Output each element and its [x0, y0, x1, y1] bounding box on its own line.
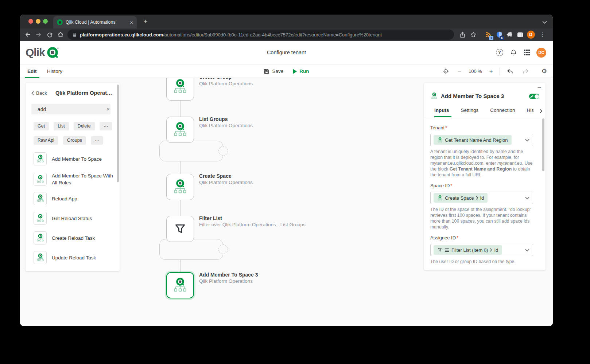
zoom-in-button[interactable]: + — [485, 68, 497, 75]
tab-title: Qlik Cloud | Automations — [66, 20, 127, 25]
list-items-icon — [445, 248, 449, 252]
tab-connection[interactable]: Connection — [490, 105, 515, 117]
reference-mode-toggle[interactable] — [529, 94, 539, 99]
scrollbar-thumb[interactable] — [542, 118, 544, 171]
filter-chip-delete[interactable]: Delete — [74, 122, 95, 130]
filter-chip-raw-api[interactable]: Raw Api — [34, 136, 58, 145]
rss-extension-icon[interactable]: 1 — [483, 31, 494, 38]
settings-gear-icon[interactable]: ⚙ — [533, 67, 553, 75]
block-create-group[interactable] — [166, 78, 194, 101]
loop-outline — [159, 239, 223, 260]
space-id-value-pill: Create Space Id — [434, 193, 488, 203]
side-panel-icon[interactable] — [515, 32, 525, 37]
new-tab-button[interactable]: + — [141, 17, 150, 26]
tenant-value-pill: Get Tenant Name And Region — [434, 135, 512, 145]
filter-chip-more[interactable]: ⋯ — [91, 136, 104, 145]
shield-badge: 6 — [500, 36, 504, 40]
panel-title: Add Member To Space 3 — [441, 93, 504, 99]
list-item[interactable]: Create Reload Task — [34, 231, 114, 244]
qlik-block-icon — [34, 192, 47, 205]
qlik-block-icon — [172, 277, 188, 294]
filter-chip-more[interactable]: ⋯ — [100, 122, 112, 130]
undo-icon[interactable] — [502, 68, 518, 74]
app-launcher-grid-icon[interactable] — [524, 50, 530, 55]
space-id-select[interactable]: Create Space Id — [430, 192, 533, 204]
block-search[interactable]: × — [31, 104, 110, 114]
run-button[interactable]: Run — [293, 69, 309, 74]
shield-extension-icon[interactable]: 6 — [494, 31, 504, 38]
list-item[interactable]: Update Reload Task — [34, 251, 114, 264]
block-title: Add Member To Space 3 — [199, 271, 258, 278]
close-tab-icon[interactable]: × — [130, 20, 133, 25]
filter-chip-groups[interactable]: Groups — [63, 136, 86, 145]
tab-inputs[interactable]: Inputs — [434, 105, 449, 117]
bookmark-star-icon[interactable] — [468, 31, 479, 38]
block-filter-list[interactable] — [166, 216, 194, 242]
list-item[interactable]: Add Member To Space With All Roles — [34, 172, 114, 186]
loop-outline — [159, 141, 223, 161]
chevron-down-icon — [525, 197, 529, 200]
qlik-block-icon — [437, 195, 443, 201]
browser-profile-avatar[interactable]: D — [525, 31, 536, 39]
notifications-bell-icon[interactable] — [510, 49, 517, 56]
search-input[interactable] — [38, 106, 104, 112]
collapse-panel-icon[interactable]: – — [538, 84, 541, 91]
assignee-id-help-text: The user ID or group ID based on the typ… — [430, 259, 533, 265]
block-subtitle: Qlik Platform Operations — [199, 179, 253, 186]
browser-tab[interactable]: Qlik Cloud | Automations × — [53, 16, 137, 28]
back-button[interactable]: Back — [31, 90, 47, 96]
automation-canvas[interactable]: Create Group Qlik Platform Operations Li… — [20, 78, 553, 326]
tabs-overflow-chevron-icon[interactable] — [540, 108, 543, 115]
chevron-down-icon — [525, 249, 529, 252]
close-window-button[interactable] — [28, 19, 33, 24]
scrollbar-thumb[interactable] — [117, 85, 119, 182]
forward-icon[interactable] — [33, 31, 44, 38]
block-subtitle: Qlik Platform Operations — [199, 278, 253, 285]
list-item[interactable]: Reload App — [34, 192, 114, 205]
home-icon[interactable] — [55, 31, 66, 38]
qlik-block-icon — [34, 231, 47, 244]
browser-menu-icon[interactable]: ⋮ — [536, 31, 549, 38]
save-button[interactable]: Save — [264, 69, 283, 74]
chevron-down-icon — [525, 139, 529, 142]
back-icon[interactable] — [22, 31, 33, 38]
qlik-block-icon — [172, 121, 188, 138]
tab-settings[interactable]: Settings — [461, 105, 479, 117]
redo-icon[interactable] — [518, 68, 533, 74]
block-add-member-to-space-3[interactable] — [166, 272, 194, 298]
help-icon[interactable]: ? — [496, 49, 503, 56]
filter-chip-get[interactable]: Get — [34, 122, 49, 130]
fullscreen-window-button[interactable] — [43, 19, 48, 24]
clear-search-icon[interactable]: × — [106, 106, 110, 112]
tab-search-chevron-icon[interactable] — [542, 19, 547, 26]
list-item[interactable]: Add Member To Space — [34, 152, 114, 165]
space-id-help-text: The ID of the space of the assignment. "… — [430, 207, 533, 230]
filter-chip-list[interactable]: List — [54, 122, 69, 130]
link-icon — [530, 95, 534, 99]
zoom-out-button[interactable]: − — [453, 68, 466, 75]
qlik-favicon-icon — [57, 19, 63, 25]
connector-line — [180, 101, 181, 117]
reload-icon[interactable] — [44, 32, 55, 38]
rss-badge: 1 — [489, 36, 493, 40]
share-icon[interactable] — [457, 31, 468, 38]
play-icon — [293, 69, 297, 74]
toolbar-divider — [500, 67, 500, 75]
block-subtitle: Qlik Platform Operations — [199, 81, 253, 87]
editor-toolbar: Edit History Save Run − 100 % + — [20, 64, 553, 78]
address-bar[interactable]: platformoperations.eu.qlikcloud.com/auto… — [67, 30, 454, 40]
tenant-select[interactable]: Get Tenant Name And Region — [430, 134, 533, 146]
center-canvas-icon[interactable] — [438, 68, 453, 74]
block-library-panel: Back Qlik Platform Operations × Get List… — [26, 83, 120, 271]
assignee-id-select[interactable]: Filter List (item 0) Id — [430, 244, 533, 256]
tab-history[interactable]: History — [527, 105, 533, 117]
loop-drop-target[interactable] — [218, 146, 228, 156]
list-item[interactable]: Get Reload Status — [34, 212, 114, 225]
extensions-puzzle-icon[interactable] — [504, 31, 515, 38]
qlik-block-icon — [34, 173, 47, 186]
block-list-groups[interactable] — [166, 117, 194, 143]
loop-drop-target[interactable] — [218, 244, 228, 254]
user-avatar[interactable]: DC — [536, 48, 546, 58]
block-create-space[interactable] — [166, 174, 194, 200]
minimize-window-button[interactable] — [36, 19, 40, 24]
